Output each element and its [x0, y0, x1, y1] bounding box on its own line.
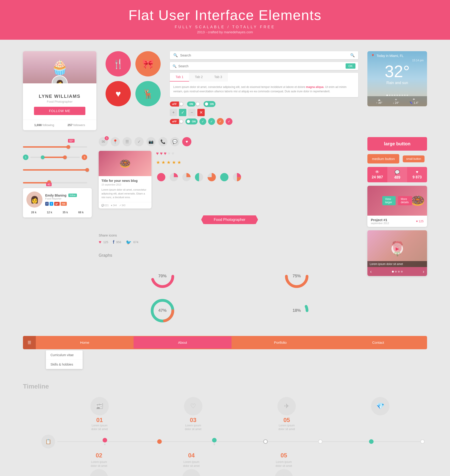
twitter-btn[interactable]: t [50, 202, 53, 206]
heart-4: ♥ [168, 151, 171, 156]
toggle-on-label: ON [187, 102, 195, 107]
slider-1-fill [23, 146, 68, 148]
project-details: Project #1 september 2012 [371, 218, 389, 225]
deer-icon[interactable]: 🦌 [135, 81, 161, 106]
highlight-text: magna aliqua [306, 85, 324, 89]
tab-1[interactable]: Tab 1 [170, 73, 189, 82]
star-5: ★ [177, 160, 181, 165]
slider-3 [23, 167, 87, 171]
view-larger-button[interactable]: View larger [382, 196, 396, 205]
weather-temp: 32° [367, 62, 427, 81]
nav-portfolio[interactable]: Portfolio [231, 336, 329, 349]
nav-about[interactable]: About [134, 336, 231, 349]
search-input-1[interactable] [180, 53, 348, 57]
toggle-on-1[interactable]: ON [187, 102, 200, 107]
small-button[interactable]: small button [403, 156, 425, 162]
email-icon-btn[interactable]: ✉ 3 [99, 137, 108, 146]
weather-high: ☀ ↓ 24° [393, 98, 399, 104]
minus-button[interactable]: − [188, 109, 195, 116]
dropdown-cv[interactable]: Curriculum vitae [46, 350, 83, 360]
toggle-off-1[interactable]: oFF [170, 102, 184, 107]
search-bar-2[interactable]: 🔍 OK [170, 62, 358, 70]
check-button-1[interactable]: ✓ [179, 109, 186, 116]
news-text: Lorem ipsum dolor sit amet, consectetur … [101, 188, 149, 199]
header-title: Flat User Interface Elements [5, 7, 445, 23]
share-twitter[interactable]: 🐦 674 [126, 240, 138, 245]
chat-icon-btn[interactable]: 💬 [170, 137, 179, 146]
toggle-thumb-3 [205, 102, 208, 106]
tl-dot-5 [318, 439, 323, 444]
large-button[interactable]: large button [367, 137, 427, 151]
heart-icon-circle[interactable]: ♥ [106, 81, 131, 106]
share-heart[interactable]: ♥ 125 [99, 240, 108, 245]
menu-icon-btn[interactable]: ☰ [123, 137, 132, 146]
share-facebook[interactable]: f 956 [113, 240, 121, 245]
video-dots [392, 271, 403, 272]
plus-button[interactable]: + [170, 109, 177, 116]
more-details-button[interactable]: More details [398, 196, 412, 205]
dropdown-skills[interactable]: Skills & hobbies [46, 360, 83, 369]
toggle-off-2[interactable]: oFF [170, 119, 184, 124]
search-input-2[interactable] [178, 64, 344, 68]
video-nav: ‹ › [367, 267, 427, 276]
nav-menu-icon[interactable]: ☰ [23, 336, 36, 349]
sun-icon: ☀ [395, 98, 397, 101]
weather-location: Today in Miami, FL [377, 54, 403, 58]
medium-button[interactable]: medium button [367, 154, 399, 163]
nav-bar: ☰ Home About Portfolio Contact [23, 336, 427, 349]
rss-btn[interactable]: rss [61, 202, 67, 206]
slider-1-label: 50° [68, 139, 75, 143]
search-icon-1: 🔍 [173, 53, 178, 57]
facebook-btn[interactable]: f [45, 202, 49, 206]
range-thumb-left[interactable] [41, 156, 45, 159]
svg-text:47%: 47% [158, 308, 167, 313]
toggle-on-3[interactable]: ON [185, 119, 198, 124]
range-thumb-right[interactable] [63, 156, 67, 159]
location-icon-btn[interactable]: 📍 [111, 137, 120, 146]
ribbon-icon[interactable]: 🎀 [135, 51, 161, 77]
video-prev-arrow[interactable]: ‹ [370, 269, 372, 274]
tl-icon-bottom-3: ☆ [275, 469, 293, 476]
weather-desc: Rain and sun [367, 81, 427, 85]
video-next-arrow[interactable]: › [423, 269, 424, 274]
share-section: Share icons ♥ 125 f 956 🐦 674 [99, 233, 361, 245]
check-circle-pink[interactable]: ✓ [225, 118, 232, 125]
svg-text:75%: 75% [293, 274, 301, 278]
check-icon-btn[interactable]: ✓ [135, 137, 144, 146]
donut-3: 47% [99, 297, 226, 325]
slider-3-thumb[interactable] [85, 168, 89, 172]
tab-2[interactable]: Tab 2 [189, 73, 208, 82]
follow-button[interactable]: FOLLOW ME [34, 107, 85, 115]
phone-icon-btn[interactable]: 📞 [158, 137, 167, 146]
nav-contact[interactable]: Contact [329, 336, 427, 349]
search-bar-1[interactable]: 🔍 🔍 [170, 51, 358, 59]
camera-icon-btn[interactable]: 📷 [146, 137, 156, 146]
nav-home[interactable]: Home [36, 336, 134, 349]
weather-header: 📍 Today in Miami, FL [367, 51, 427, 59]
slider-1-thumb[interactable] [66, 145, 70, 149]
tl-icon-2: ♡ [184, 397, 202, 415]
check-circle-teal[interactable]: ✓ [199, 118, 206, 125]
svg-point-5 [220, 173, 229, 181]
check-circle-orange[interactable]: ✓ [217, 118, 224, 125]
gplus-btn[interactable]: g+ [54, 202, 60, 206]
fork-knife-icon[interactable]: 🍴 [106, 51, 131, 77]
tl-num-bottom-2: 04 [188, 452, 195, 459]
heart-icon-btn[interactable]: ♥ [182, 137, 191, 146]
ribbon-share-graphs: Food Photographer Share icons ♥ [99, 213, 361, 325]
ok-button[interactable]: OK [346, 63, 355, 69]
profile2-follow-tag[interactable]: follow [68, 193, 77, 197]
tl-icon-4: 💎 [371, 397, 389, 415]
tab-3[interactable]: Tab 3 [209, 73, 228, 82]
weather-dot-5 [397, 95, 398, 96]
check-circle-teal-2[interactable]: ✓ [208, 118, 215, 125]
project-info: Project #1 september 2012 ♥ 125 [367, 216, 427, 227]
icon-strip: ✉ 3 📍 ☰ ✓ 📷 📞 💬 ♥ [99, 137, 361, 146]
project-likes[interactable]: ♥ 125 [416, 219, 424, 223]
profile2-header: 👩 Emily Blaning follow Food Reporter f t… [26, 192, 77, 208]
toggle-on-2[interactable]: ON [204, 101, 216, 107]
x-button[interactable]: ✕ [197, 109, 205, 116]
weather-dot-6 [399, 95, 400, 96]
fb-share-icon: f [113, 240, 114, 245]
video-card: 🌹 ▶ Lorem ipsum dolor sit amet ‹ › [367, 230, 427, 276]
